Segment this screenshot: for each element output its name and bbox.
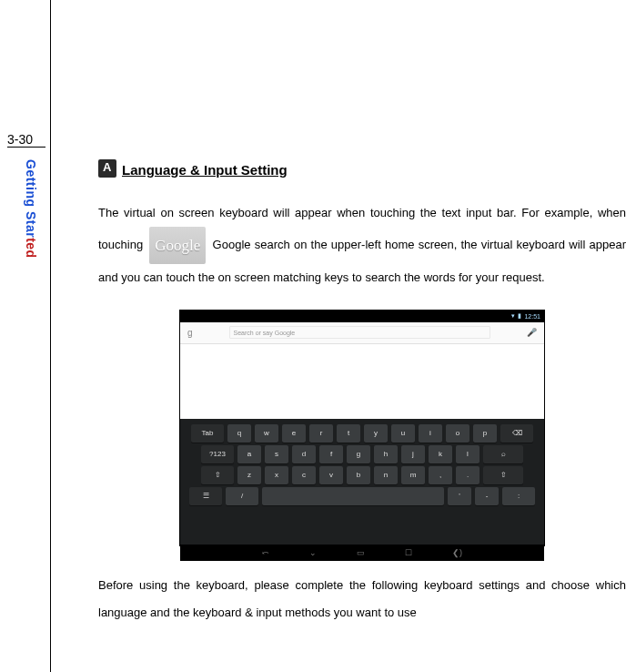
ss-wifi-icon: ▾ <box>511 312 515 320</box>
kb-key-comma: , <box>429 466 452 484</box>
ss-status-bar: ▾ ▮ 12:51 <box>180 311 544 322</box>
kb-key-v: v <box>319 466 343 484</box>
kb-row-2: ?123 a s d f g h j k l ⌕ <box>189 445 535 463</box>
kb-colon: : <box>502 487 535 505</box>
sidebar-label-blue: Getting Star <box>24 159 38 238</box>
kb-key-d: d <box>292 445 316 463</box>
heading-text: Language & Input Setting <box>122 162 288 178</box>
keyboard-screenshot: ▾ ▮ 12:51 g Search or say Google 🎤 Tab q… <box>179 310 545 546</box>
ss-nav-bar: ⤺ ⌄ ▭ ☐ ❮) <box>180 545 544 561</box>
ss-search-box: Search or say Google <box>229 326 490 339</box>
ss-clock: 12:51 <box>524 313 540 320</box>
kb-key-g: g <box>347 445 370 463</box>
kb-key-b: b <box>347 466 370 484</box>
paragraph-2: Before using the keyboard, please comple… <box>98 572 626 626</box>
kb-row-3: ⇧ z x c v b n m , . ⇧ <box>189 466 535 484</box>
kb-key-q: q <box>227 424 251 443</box>
sidebar-label-red: ted <box>24 238 38 259</box>
kb-key-c: c <box>292 466 316 484</box>
ss-content-area <box>180 344 544 419</box>
sidebar-section-label: Getting Started <box>24 159 38 259</box>
nav-down-icon: ⌄ <box>309 548 317 557</box>
page-left-rule <box>50 0 51 672</box>
kb-row-4: ☰ / ' - : <box>189 487 535 505</box>
kb-key-f: f <box>319 445 343 463</box>
nav-vol-icon: ❮) <box>452 548 462 557</box>
nav-back-icon: ⤺ <box>262 548 269 557</box>
kb-key-z: z <box>237 466 261 484</box>
kb-shift-right: ⇧ <box>483 466 523 484</box>
content-area: Language & Input Setting The virtual on … <box>98 159 626 626</box>
ss-keyboard: Tab q w e r t y u i o p ⌫ ?123 a s d f g… <box>180 419 544 545</box>
kb-key-y: y <box>364 424 388 443</box>
kb-slash: / <box>226 487 258 505</box>
kb-key-l: l <box>456 445 480 463</box>
kb-key-o: o <box>446 424 469 443</box>
ss-battery-icon: ▮ <box>518 312 521 320</box>
kb-key-e: e <box>282 424 306 443</box>
page-number: 3-30 <box>7 132 45 148</box>
kb-shift-left: ⇧ <box>201 466 234 484</box>
kb-key-n: n <box>374 466 398 484</box>
kb-key-s: s <box>265 445 288 463</box>
ss-app-bar: g Search or say Google 🎤 <box>180 322 544 344</box>
kb-space <box>262 487 444 505</box>
kb-key-w: w <box>255 424 278 443</box>
kb-key-x: x <box>265 466 288 484</box>
section-heading: Language & Input Setting <box>98 159 626 178</box>
kb-key-dot: . <box>456 466 480 484</box>
kb-symbols: ?123 <box>201 445 234 463</box>
kb-key-a: a <box>237 445 261 463</box>
kb-key-i: i <box>419 424 442 443</box>
kb-backspace: ⌫ <box>500 424 533 443</box>
kb-key-p: p <box>473 424 497 443</box>
kb-dash: - <box>475 487 499 505</box>
kb-key-h: h <box>374 445 398 463</box>
kb-key-t: t <box>337 424 360 443</box>
kb-row-1: Tab q w e r t y u i o p ⌫ <box>189 424 535 443</box>
kb-key-r: r <box>309 424 333 443</box>
kb-quote: ' <box>448 487 471 505</box>
nav-recent-icon: ☐ <box>405 548 412 557</box>
kb-key-u: u <box>391 424 415 443</box>
ss-mic-icon: 🎤 <box>527 328 537 337</box>
nav-home-icon: ▭ <box>357 548 365 557</box>
kb-key-j: j <box>401 445 425 463</box>
ss-g-icon: g <box>187 328 193 338</box>
kb-tab: Tab <box>191 424 224 443</box>
language-input-icon <box>98 159 116 178</box>
kb-key-m: m <box>401 466 425 484</box>
kb-key-k: k <box>429 445 452 463</box>
google-logo-inline: Google <box>149 227 206 264</box>
paragraph-1: The virtual on screen keyboard will appe… <box>98 199 626 291</box>
kb-globe: ☰ <box>189 487 222 505</box>
kb-search: ⌕ <box>483 445 523 463</box>
